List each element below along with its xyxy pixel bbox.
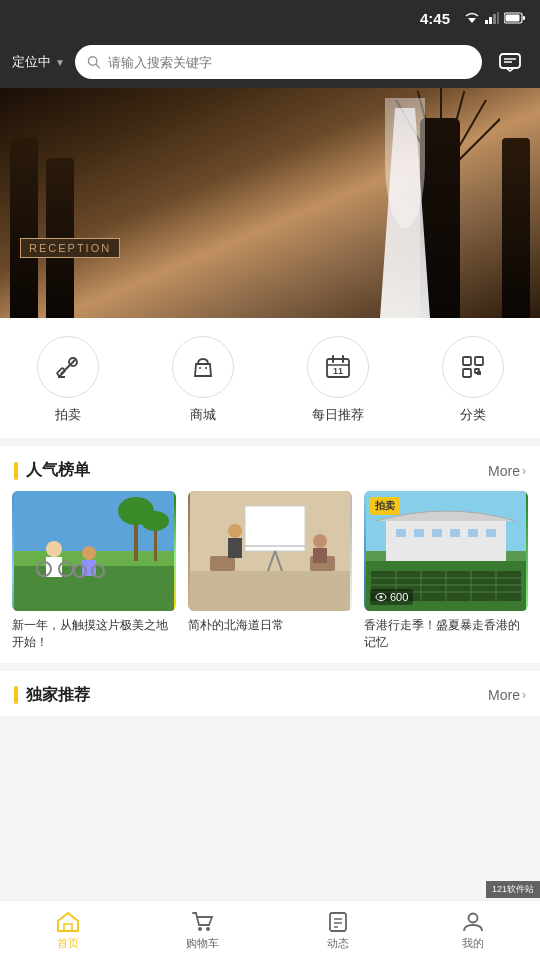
category-auction[interactable]: 拍卖 xyxy=(37,336,99,424)
auction-label: 拍卖 xyxy=(55,406,81,424)
popular-more-button[interactable]: More › xyxy=(488,463,526,479)
home-icon xyxy=(56,911,80,933)
svg-rect-15 xyxy=(56,368,64,376)
svg-rect-81 xyxy=(330,913,346,931)
hero-banner: RECEPTION xyxy=(0,88,540,318)
exclusive-more-chevron-icon: › xyxy=(522,688,526,702)
doc-icon xyxy=(327,911,349,933)
wifi-icon xyxy=(464,12,480,24)
message-icon xyxy=(497,49,523,75)
exclusive-title-text: 独家推荐 xyxy=(26,685,90,706)
nav-mine[interactable]: 我的 xyxy=(405,911,540,951)
popular-more-label: More xyxy=(488,463,520,479)
nav-mine-label: 我的 xyxy=(462,936,484,951)
auction-icon-circle xyxy=(37,336,99,398)
nav-dynamic[interactable]: 动态 xyxy=(270,911,405,951)
svg-point-36 xyxy=(141,511,169,531)
svg-rect-64 xyxy=(450,529,460,537)
exclusive-more-label: More xyxy=(488,687,520,703)
calendar-icon: 11 xyxy=(323,352,353,382)
svg-rect-56 xyxy=(313,548,327,563)
category-mall[interactable]: 商城 xyxy=(172,336,234,424)
card-present-image xyxy=(188,491,352,611)
eye-icon xyxy=(375,593,387,601)
message-button[interactable] xyxy=(492,44,528,80)
svg-point-79 xyxy=(198,927,202,931)
svg-marker-0 xyxy=(468,18,476,23)
svg-point-41 xyxy=(82,546,96,560)
card-bikes-title: 新一年，从触摸这片极美之地开始！ xyxy=(12,617,176,651)
exclusive-title: 独家推荐 xyxy=(14,685,90,706)
view-count: 600 xyxy=(390,591,408,603)
svg-rect-2 xyxy=(489,17,492,24)
mall-icon-circle xyxy=(172,336,234,398)
svg-rect-1 xyxy=(485,20,488,24)
card-present-title: 简朴的北海道日常 xyxy=(188,617,352,634)
category-classify[interactable]: 分类 xyxy=(442,336,504,424)
svg-rect-7 xyxy=(506,15,520,22)
title-bar-decoration xyxy=(14,462,18,480)
svg-rect-51 xyxy=(210,556,235,571)
reception-sign: RECEPTION xyxy=(20,238,120,258)
svg-rect-3 xyxy=(493,14,496,24)
status-bar: 4:45 xyxy=(0,0,540,36)
hero-image: RECEPTION xyxy=(0,88,540,318)
card-bikes-image xyxy=(12,491,176,611)
person-icon xyxy=(462,911,484,933)
svg-point-53 xyxy=(228,524,242,538)
exclusive-more-button[interactable]: More › xyxy=(488,687,526,703)
svg-rect-62 xyxy=(414,529,424,537)
svg-line-9 xyxy=(96,64,99,67)
signal-icon xyxy=(485,12,499,24)
svg-text:11: 11 xyxy=(332,366,342,376)
popular-cards-grid: 新一年，从触摸这片极美之地开始！ xyxy=(0,491,540,663)
status-icons xyxy=(464,12,526,24)
location-button[interactable]: 定位中 ▼ xyxy=(12,53,65,71)
popular-section-header: 人气榜单 More › xyxy=(0,446,540,491)
status-time: 4:45 xyxy=(420,10,450,27)
bike-scene-svg xyxy=(12,491,176,611)
cart-icon xyxy=(191,911,215,933)
auction-icon xyxy=(53,352,83,382)
exclusive-title-bar xyxy=(14,686,18,704)
card-present[interactable]: 简朴的北海道日常 xyxy=(182,491,358,651)
card-airport-image: 拍卖 600 xyxy=(364,491,528,611)
svg-point-85 xyxy=(468,913,477,922)
classify-label: 分类 xyxy=(460,406,486,424)
svg-rect-6 xyxy=(523,16,525,20)
bottom-nav: 首页 购物车 动态 我的 xyxy=(0,900,540,960)
popular-title: 人气榜单 xyxy=(14,460,90,481)
categories-section: 拍卖 商城 11 每日推荐 xyxy=(0,318,540,438)
more-chevron-icon: › xyxy=(522,464,526,478)
popular-title-text: 人气榜单 xyxy=(26,460,90,481)
present-scene-svg xyxy=(188,491,352,611)
svg-point-37 xyxy=(46,541,62,557)
daily-label: 每日推荐 xyxy=(312,406,364,424)
card-bikes[interactable]: 新一年，从触摸这片极美之地开始！ xyxy=(0,491,182,651)
classify-icon-circle xyxy=(442,336,504,398)
nav-home[interactable]: 首页 xyxy=(0,911,135,951)
svg-rect-61 xyxy=(396,529,406,537)
card-airport[interactable]: 拍卖 600 香港行走季！盛夏暴走香港的记忆 xyxy=(358,491,540,651)
nav-cart-label: 购物车 xyxy=(186,936,219,951)
search-input[interactable] xyxy=(108,55,470,70)
svg-rect-54 xyxy=(228,538,242,558)
exclusive-section-header: 独家推荐 More › xyxy=(0,671,540,716)
search-bar[interactable] xyxy=(75,45,482,79)
battery-icon xyxy=(504,12,526,24)
nav-cart[interactable]: 购物车 xyxy=(135,911,270,951)
nav-dynamic-label: 动态 xyxy=(327,936,349,951)
top-nav: 定位中 ▼ xyxy=(0,36,540,88)
svg-rect-78 xyxy=(64,924,72,931)
mall-icon xyxy=(188,352,218,382)
card-airport-title: 香港行走季！盛夏暴走香港的记忆 xyxy=(364,617,528,651)
category-daily[interactable]: 11 每日推荐 xyxy=(307,336,369,424)
daily-icon-circle: 11 xyxy=(307,336,369,398)
svg-rect-60 xyxy=(386,521,506,561)
mall-label: 商城 xyxy=(190,406,216,424)
watermark: 121软件站 xyxy=(486,881,540,898)
svg-rect-26 xyxy=(475,357,483,365)
chevron-down-icon: ▼ xyxy=(55,57,65,68)
svg-marker-13 xyxy=(506,68,514,71)
svg-rect-29 xyxy=(475,369,479,373)
